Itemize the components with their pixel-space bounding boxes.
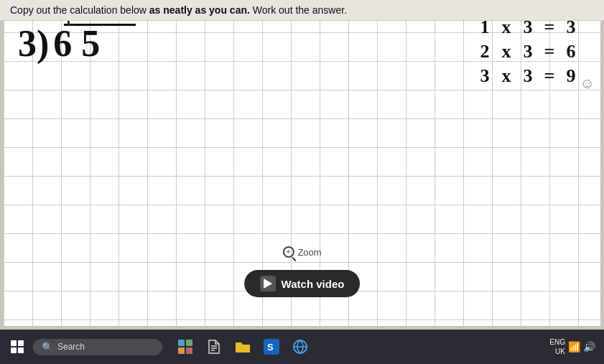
- mult-row-3: 3 x 3 = 9: [477, 65, 579, 87]
- thumb-icon[interactable]: ☺: [580, 75, 595, 92]
- wifi-icon[interactable]: 📶: [568, 341, 580, 353]
- taskbar-widget-icon[interactable]: [174, 335, 197, 358]
- mult-table: 1 x 3 = 3 2 x 3 = 6 3 x 3 =: [477, 17, 579, 87]
- division-box: ) c 6 5: [37, 25, 100, 62]
- search-label: Search: [57, 342, 85, 352]
- inner-page: 3 ) c 6 5 1 x 3 = 3 2: [4, 4, 600, 326]
- taskbar-folder-icon[interactable]: [231, 335, 254, 358]
- search-icon: 🔍: [42, 342, 53, 353]
- divisor: 3: [18, 25, 37, 62]
- mult-num-3: 3: [477, 65, 493, 87]
- mult-num-2: 2: [477, 41, 493, 62]
- tray-icons: ENG UK 📶 🔊: [549, 337, 595, 356]
- mult-eq-3: =: [542, 65, 557, 87]
- mult-row-2: 2 x 3 = 6: [477, 41, 579, 62]
- mult-factor-2: 3: [520, 41, 536, 62]
- svg-rect-0: [178, 340, 185, 346]
- svg-text:S: S: [267, 342, 274, 353]
- volume-icon[interactable]: 🔊: [583, 341, 595, 353]
- taskbar: 🔍 Search: [0, 330, 604, 364]
- start-icon: [11, 340, 24, 353]
- screen: not allowed Copy out the calculation bel…: [0, 0, 604, 364]
- instruction-bold: as neatly as you can.: [149, 4, 250, 16]
- instruction-prefix: Copy out the calculation below: [10, 4, 149, 16]
- system-tray: ENG UK 📶 🔊: [549, 337, 595, 356]
- taskbar-browser-icon[interactable]: [289, 335, 312, 358]
- svg-rect-3: [186, 347, 192, 354]
- taskbar-search[interactable]: 🔍 Search: [33, 339, 162, 355]
- play-triangle-icon: [264, 279, 272, 289]
- mult-op-2: x: [498, 41, 514, 62]
- bracket-symbol: ): [37, 25, 49, 62]
- mult-result-3: 9: [563, 65, 579, 87]
- mult-factor-3: 3: [520, 65, 536, 87]
- instruction-band: Copy out the calculation below as neatly…: [0, 0, 604, 21]
- watch-video-button[interactable]: Watch video: [244, 270, 361, 297]
- taskbar-file-icon[interactable]: [203, 335, 226, 358]
- mult-eq-2: =: [542, 41, 557, 62]
- taskbar-app-icon[interactable]: S: [260, 335, 283, 358]
- taskbar-icons: S: [174, 335, 312, 358]
- mult-op-3: x: [498, 65, 514, 87]
- division-problem: 3 ) c 6 5: [18, 25, 100, 62]
- page-container: not allowed Copy out the calculation bel…: [0, 0, 604, 330]
- svg-rect-1: [186, 340, 192, 346]
- video-play-icon: [260, 276, 276, 291]
- tray-lang-text: ENG UK: [549, 337, 565, 356]
- zoom-label: Zoom: [297, 247, 321, 258]
- zoom-button[interactable]: + Zoom: [282, 246, 321, 258]
- start-button[interactable]: [6, 335, 29, 358]
- svg-rect-2: [178, 347, 185, 354]
- watch-video-label: Watch video: [282, 278, 345, 290]
- tray-lang: ENG UK: [549, 337, 565, 356]
- mult-result-2: 6: [563, 41, 579, 62]
- instruction-suffix: Work out the answer.: [250, 4, 347, 16]
